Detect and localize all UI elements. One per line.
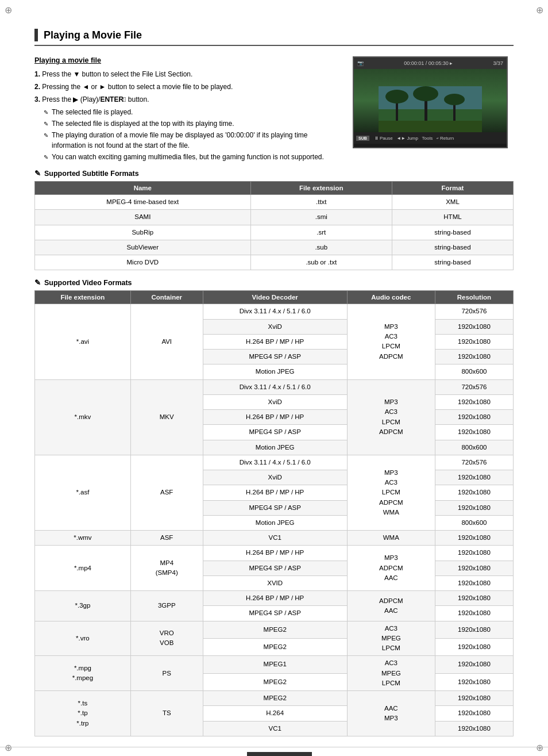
video-cell-decoder: Motion JPEG	[203, 440, 347, 455]
video-row: *.mp4MP4 (SMP4)H.264 BP / MP / HPMP3 ADP…	[35, 546, 514, 561]
video-cell-decoder: Motion JPEG	[203, 364, 347, 379]
note-icon-1: ✎	[44, 108, 48, 117]
video-cell-resolution: 800x600	[435, 440, 513, 455]
video-cell-decoder: H.264 BP / MP / HP	[203, 546, 347, 561]
subtitle-cell: string-based	[392, 225, 513, 240]
video-cell-resolution: 1920x1080	[435, 470, 513, 485]
subtitle-cell: Micro DVD	[35, 255, 251, 270]
tv-icon: 📷	[357, 60, 364, 66]
video-cell-resolution: 1920x1080	[435, 721, 513, 736]
video-cell-container: ASF	[130, 531, 203, 546]
tv-controls: ⏸ Pause ◄► Jump Tools ↩ Return	[374, 136, 454, 141]
note-icon-3: ✎	[44, 131, 48, 140]
video-row: *.ts *.tp *.trpTSMPEG2AAC MP31920x1080	[35, 691, 514, 706]
subtitle-cell: .srt	[250, 225, 392, 240]
video-cell-resolution: 1920x1080	[435, 591, 513, 606]
subtitle-cell: string-based	[392, 240, 513, 255]
subtitle-row: Micro DVD.sub or .txtstring-based	[35, 255, 514, 270]
video-cell-resolution: 720x576	[435, 379, 513, 394]
video-cell-container: 3GPP	[130, 591, 203, 621]
video-cell-decoder: MPEG4 SP / ASP	[203, 350, 347, 364]
tv-counter: 3/37	[493, 60, 503, 66]
video-cell-ext: *.mp4	[35, 546, 131, 591]
video-cell-decoder: MPEG4 SP / ASP	[203, 606, 347, 621]
footer-center: English - 39	[247, 752, 312, 756]
video-cell-resolution: 1920x1080	[435, 561, 513, 575]
video-cell-container: MKV	[130, 379, 203, 455]
subtitle-cell: .sub or .txt	[250, 255, 392, 270]
video-cell-decoder: H.264 BP / MP / HP	[203, 334, 347, 349]
video-cell-container: PS	[130, 656, 203, 691]
video-col-container: Container	[130, 291, 203, 304]
video-formats-label: ✎ Supported Video Formats	[34, 278, 514, 287]
video-cell-ext: *.mkv	[35, 379, 131, 455]
video-cell-resolution: 1920x1080	[435, 638, 513, 655]
svg-point-5	[413, 86, 438, 101]
video-cell-ext: *.vro	[35, 621, 131, 656]
video-cell-audio: MP3 AC3 LPCM ADPCM WMA	[347, 455, 435, 530]
video-cell-decoder: XviD	[203, 470, 347, 485]
video-cell-resolution: 1920x1080	[435, 394, 513, 409]
video-cell-resolution: 1920x1080	[435, 656, 513, 673]
section-title: Playing a Movie File	[34, 29, 514, 46]
video-col-audio: Audio codec	[347, 291, 435, 304]
video-cell-audio: AC3 MPEG LPCM	[347, 621, 435, 656]
video-cell-decoder: MPEG1	[203, 656, 347, 673]
subtitle-cell: SubViewer	[35, 240, 251, 255]
video-cell-decoder: H.264 BP / MP / HP	[203, 485, 347, 500]
note-icon-4: ✎	[44, 153, 48, 162]
subtitle-cell: XML	[392, 195, 513, 210]
tv-top-bar: 📷 00:00:01 / 00:05:30 ▸ 3/37	[354, 57, 507, 69]
video-cell-resolution: 1920x1080	[435, 546, 513, 561]
subtitle-row: MPEG-4 time-based text.ttxtXML	[35, 195, 514, 210]
svg-point-7	[444, 94, 465, 105]
video-cell-resolution: 1920x1080	[435, 319, 513, 334]
video-cell-ext: *.3gp	[35, 591, 131, 621]
video-cell-decoder: XviD	[203, 394, 347, 409]
subsection-title: Playing a movie file	[34, 56, 341, 64]
video-cell-audio: MP3 AC3 LPCM ADPCM	[347, 379, 435, 455]
note-icon-subtitle: ✎	[34, 169, 41, 178]
video-cell-decoder: MPEG4 SP / ASP	[203, 500, 347, 515]
video-cell-resolution: 1920x1080	[435, 334, 513, 349]
note-icon-2: ✎	[44, 120, 48, 128]
tv-sub-badge: SUB	[356, 136, 369, 141]
video-cell-resolution: 800x600	[435, 364, 513, 379]
subtitle-cell: .smi	[250, 210, 392, 225]
video-col-res: Resolution	[435, 291, 513, 304]
video-cell-decoder: MPEG4 SP / ASP	[203, 425, 347, 440]
video-cell-decoder: XVID	[203, 575, 347, 590]
title-bar-decoration	[34, 29, 38, 41]
video-cell-resolution: 1920x1080	[435, 500, 513, 515]
video-cell-decoder: Divx 3.11 / 4.x / 5.1 / 6.0	[203, 379, 347, 394]
subtitle-cell: MPEG-4 time-based text	[35, 195, 251, 210]
svg-rect-8	[379, 121, 482, 132]
video-cell-resolution: 1920x1080	[435, 350, 513, 364]
video-cell-ext: *.asf	[35, 455, 131, 530]
video-row: *.wmvASFVC1WMA1920x1080	[35, 531, 514, 546]
video-row: *.mpg *.mpegPSMPEG1AC3 MPEG LPCM1920x108…	[35, 656, 514, 673]
video-cell-resolution: 1920x1080	[435, 621, 513, 638]
tv-bottom-bar: SUB ⏸ Pause ◄► Jump Tools ↩ Return	[354, 132, 507, 144]
corner-decoration-tr: ⊕	[536, 5, 543, 16]
tv-content	[354, 69, 507, 132]
video-row: *.vroVRO VOBMPEG2AC3 MPEG LPCM1920x1080	[35, 621, 514, 638]
video-cell-resolution: 1920x1080	[435, 485, 513, 500]
video-cell-resolution: 800x600	[435, 515, 513, 530]
video-cell-ext: *.ts *.tp *.trp	[35, 691, 131, 736]
video-cell-audio: WMA	[347, 531, 435, 546]
video-cell-ext: *.mpg *.mpeg	[35, 656, 131, 691]
video-cell-audio: AC3 MPEG LPCM	[347, 656, 435, 691]
subtitle-formats-table: Name File extension Format MPEG-4 time-b…	[34, 181, 514, 270]
subtitle-cell: SubRip	[35, 225, 251, 240]
video-cell-decoder: H.264 BP / MP / HP	[203, 410, 347, 425]
subtitle-cell: .sub	[250, 240, 392, 255]
video-row: *.aviAVIDivx 3.11 / 4.x / 5.1 / 6.0MP3 A…	[35, 304, 514, 319]
video-cell-decoder: Divx 3.11 / 4.x / 5.1 / 6.0	[203, 304, 347, 319]
video-cell-resolution: 1920x1080	[435, 410, 513, 425]
video-cell-resolution: 720x576	[435, 455, 513, 470]
video-cell-resolution: 1920x1080	[435, 673, 513, 690]
video-cell-container: AVI	[130, 304, 203, 379]
video-cell-decoder: Motion JPEG	[203, 515, 347, 530]
video-formats-section: ✎ Supported Video Formats File extension…	[34, 278, 514, 736]
